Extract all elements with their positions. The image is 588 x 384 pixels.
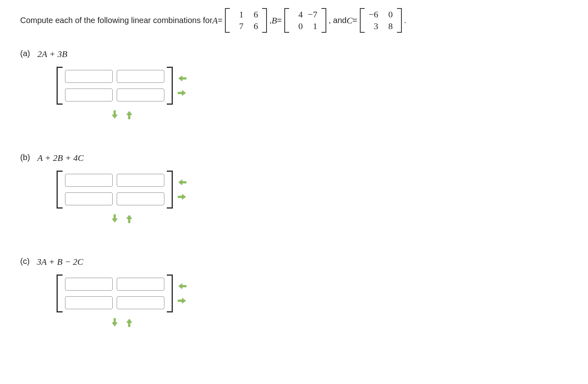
remove-column-icon[interactable] [177, 281, 187, 291]
answer-matrix [57, 274, 173, 312]
matrix-cell-input[interactable] [65, 89, 113, 101]
question-part: (a)2A + 3B [20, 49, 568, 120]
matrix-cell-input[interactable] [117, 89, 164, 101]
matrix-cell-input[interactable] [117, 174, 164, 187]
equals-B: = [277, 16, 282, 25]
part-expression: 3A + B − 2C [37, 257, 83, 267]
add-row-icon[interactable] [109, 317, 120, 328]
add-row-icon[interactable] [109, 110, 120, 120]
remove-row-icon[interactable] [124, 317, 134, 328]
matrix-B: 4 −7 0 1 [284, 8, 326, 33]
remove-column-icon[interactable] [177, 73, 187, 84]
part-expression: 2A + 3B [37, 49, 67, 59]
question-part: (c)3A + B − 2C [20, 257, 568, 328]
remove-row-icon[interactable] [124, 110, 134, 120]
add-column-icon[interactable] [177, 295, 187, 306]
matrix-cell-input[interactable] [65, 174, 113, 187]
answer-matrix [57, 171, 173, 209]
B-r2c2: 1 [305, 21, 320, 32]
matrix-cell-input[interactable] [65, 192, 113, 205]
part-expression: A + 2B + 4C [37, 153, 84, 163]
C-r1c2: 0 [381, 9, 395, 21]
matrix-C: −6 0 3 8 [360, 8, 402, 33]
A-r1c2: 6 [246, 9, 260, 21]
answer-matrix [57, 67, 173, 105]
part-label: (b) [20, 153, 30, 163]
B-r1c1: 4 [291, 9, 305, 21]
B-r2c1: 0 [291, 21, 305, 32]
matrix-cell-input[interactable] [117, 296, 164, 309]
matrix-cell-input[interactable] [117, 278, 164, 291]
question-part: (b)A + 2B + 4C [20, 153, 568, 224]
add-column-icon[interactable] [177, 192, 187, 202]
B-symbol: B [272, 15, 277, 26]
A-r2c1: 7 [231, 21, 246, 32]
intro-prefix: Compute each of the following linear com… [20, 16, 212, 25]
A-symbol: A [212, 15, 218, 26]
matrix-A: 1 6 7 6 [225, 8, 267, 33]
matrix-cell-input[interactable] [65, 296, 113, 309]
equals-C: = [353, 16, 357, 25]
matrix-cell-input[interactable] [117, 192, 164, 205]
A-r1c1: 1 [231, 9, 246, 21]
matrix-cell-input[interactable] [117, 70, 164, 83]
add-row-icon[interactable] [109, 213, 120, 224]
matrix-cell-input[interactable] [65, 70, 113, 83]
part-label: (c) [20, 257, 29, 267]
part-label: (a) [20, 49, 30, 59]
C-r2c1: 3 [366, 21, 381, 32]
C-r2c2: 8 [381, 21, 395, 32]
equals-A: = [218, 16, 223, 25]
add-column-icon[interactable] [177, 88, 187, 98]
intro-period: . [404, 16, 407, 25]
C-r1c1: −6 [366, 9, 381, 21]
remove-column-icon[interactable] [177, 177, 187, 188]
A-r2c2: 6 [246, 21, 260, 32]
C-symbol: C [346, 15, 353, 26]
comma-and-C: , and [329, 16, 346, 25]
B-r1c2: −7 [305, 9, 320, 21]
question-intro: Compute each of the following linear com… [20, 8, 568, 33]
remove-row-icon[interactable] [124, 213, 134, 224]
matrix-cell-input[interactable] [65, 278, 113, 291]
